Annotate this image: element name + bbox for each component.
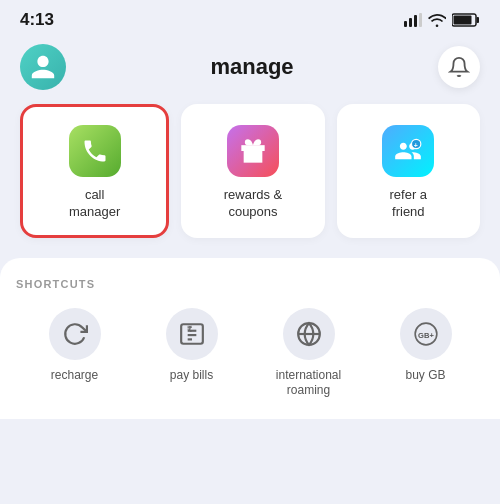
shortcut-international-roaming[interactable]: internationalroaming [274,308,344,399]
svg-text:₹: ₹ [186,325,192,334]
card-label-rewards: rewards &coupons [224,187,283,221]
shortcut-icon-recharge [49,308,101,360]
avatar[interactable] [20,44,66,90]
shortcut-buy-gb[interactable]: GB+ buy GB [391,308,461,399]
globe-icon [296,321,322,347]
cards-grid: callmanager rewards &coupons + refer afr… [0,104,500,254]
card-icon-call-manager [69,125,121,177]
notification-button[interactable] [438,46,480,88]
page-title: manage [210,54,293,80]
signal-icon [404,13,422,27]
user-icon [29,53,57,81]
bell-icon [448,56,470,78]
shortcuts-label: SHORTCUTS [16,278,484,290]
recharge-icon [62,321,88,347]
shortcut-recharge[interactable]: recharge [40,308,110,399]
svg-rect-5 [477,17,480,23]
status-time: 4:13 [20,10,54,30]
svg-rect-6 [454,16,472,25]
card-icon-refer: + [382,125,434,177]
card-label-call-manager: callmanager [69,187,120,221]
svg-rect-0 [404,21,407,27]
card-rewards-coupons[interactable]: rewards &coupons [181,104,324,238]
svg-rect-2 [414,15,417,27]
shortcut-label-pay-bills: pay bills [170,368,213,384]
card-label-refer: refer afriend [390,187,428,221]
svg-text:GB+: GB+ [418,331,434,340]
svg-rect-1 [409,18,412,27]
header: manage [0,36,500,104]
shortcut-label-buy-gb: buy GB [405,368,445,384]
shortcut-label-international-roaming: internationalroaming [276,368,341,399]
refer-icon: + [394,137,422,165]
shortcuts-section: SHORTCUTS recharge ₹ [0,258,500,419]
pay-bills-icon: ₹ [179,321,205,347]
phone-icon [81,137,109,165]
gift-icon [239,137,267,165]
card-icon-rewards [227,125,279,177]
status-bar: 4:13 [0,0,500,36]
wifi-icon [428,13,446,27]
battery-icon [452,13,480,27]
card-call-manager[interactable]: callmanager [20,104,169,238]
svg-rect-3 [419,13,422,27]
status-icons [404,13,480,27]
card-refer-friend[interactable]: + refer afriend [337,104,480,238]
shortcut-icon-buy-gb: GB+ [400,308,452,360]
shortcut-icon-pay-bills: ₹ [166,308,218,360]
shortcuts-grid: recharge ₹ pay bills [16,308,484,399]
shortcut-icon-international-roaming [283,308,335,360]
shortcut-label-recharge: recharge [51,368,98,384]
shortcut-pay-bills[interactable]: ₹ pay bills [157,308,227,399]
buy-gb-icon: GB+ [413,321,439,347]
svg-rect-7 [241,145,264,151]
svg-text:+: + [414,142,418,149]
